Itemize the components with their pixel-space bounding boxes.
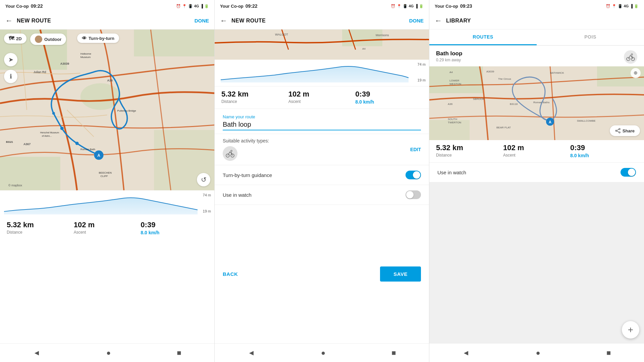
carrier-3: Your Co-op	[435, 4, 458, 9]
turn-by-turn-row: Turn-by-turn guidance	[215, 165, 429, 185]
elevation-chart-2: 74 m 19 m	[215, 60, 429, 86]
btn-turn-by-turn[interactable]: 👁 Turn-by-turn	[77, 34, 119, 43]
stat-ascent-2: 102 m Ascent	[288, 90, 356, 104]
turn-by-turn-label: Turn-by-turn guidance	[223, 172, 272, 178]
back-button-2[interactable]: ←	[220, 16, 227, 25]
ascent-label-1: Ascent	[74, 230, 141, 235]
nav-back-1[interactable]: ◄	[33, 349, 40, 357]
stat-speed-2: 0:39 8.0 km/h	[355, 90, 422, 105]
status-bar-3: Your Co-op 09:23 ⏰ 📍 📳 4G ▐ 🔋	[429, 0, 644, 12]
svg-text:of Astro...: of Astro...	[42, 135, 52, 137]
speed-value-1: 0:39	[141, 221, 208, 229]
nav-home-3[interactable]: ●	[536, 349, 540, 357]
nav-back-3[interactable]: ◄	[463, 349, 470, 357]
bottom-nav-2: ◄ ● ■	[215, 343, 429, 362]
btn-outdoor-label: Outdoor	[44, 37, 61, 42]
redo-icon: ↺	[201, 176, 207, 184]
edit-button[interactable]: EDIT	[410, 147, 421, 152]
speed-label-3: 8.0 km/h	[570, 153, 637, 158]
signal-icon: ▐	[200, 4, 203, 8]
vibrate-icon-3: 📳	[618, 4, 623, 8]
svg-text:BEAR FLAT: BEAR FLAT	[496, 126, 511, 129]
svg-text:A36: A36	[107, 79, 113, 82]
location-btn[interactable]: ➤	[4, 53, 17, 66]
svg-rect-2	[134, 29, 214, 56]
nav-stop-3[interactable]: ■	[606, 349, 611, 357]
redo-btn[interactable]: ↺	[197, 173, 210, 186]
time-1: 09:22	[31, 3, 43, 9]
svg-text:WALGOT: WALGOT	[275, 33, 288, 36]
toggle-knob-2	[406, 191, 414, 198]
bottom-nav-1: ◄ ● ■	[0, 343, 214, 362]
svg-text:Pulteney Bridge: Pulteney Bridge	[117, 109, 136, 112]
info-btn[interactable]: ℹ	[4, 70, 17, 83]
svg-point-61	[619, 132, 620, 133]
back-button-1[interactable]: ←	[5, 16, 13, 25]
carrier-1: Your Co-op	[5, 4, 29, 9]
back-button-3[interactable]: ←	[435, 16, 442, 25]
nav-home-1[interactable]: ●	[106, 349, 111, 357]
status-icons-1: ⏰ 📍 📳 4G ▐ 🔋	[176, 4, 209, 8]
svg-text:Roman Bath: Roman Bath	[80, 148, 95, 151]
svg-rect-26	[215, 29, 429, 60]
panel-2-new-route-form: Your Co-op 09:22 ⏰ 📍 📳 4G ▐ 🔋 ← NEW ROUT…	[215, 0, 429, 362]
nav-back-2[interactable]: ◄	[248, 349, 255, 357]
status-bar-2: Your Co-op 09:22 ⏰ 📍 📳 4G ▐ 🔋	[215, 0, 429, 12]
use-in-watch-toggle-3[interactable]	[621, 168, 636, 177]
alarm-icon: ⏰	[176, 4, 181, 8]
outdoor-icon	[35, 36, 42, 43]
tab-routes[interactable]: ROUTES	[429, 29, 537, 45]
stat-speed-3: 0:39 8.0 km/h	[570, 143, 637, 158]
turn-by-turn-toggle[interactable]	[406, 171, 421, 179]
route-name-section: Name your route	[215, 109, 429, 130]
done-button-1[interactable]: DONE	[195, 18, 209, 23]
nav-home-2[interactable]: ●	[321, 349, 325, 357]
page-title-3: LIBRARY	[446, 18, 622, 24]
svg-text:Morrisons: Morrisons	[376, 34, 389, 37]
svg-point-59	[619, 128, 620, 130]
distance-value-1: 5.32 km	[7, 221, 74, 229]
stat-ascent-1: 102 m Ascent	[74, 221, 141, 235]
speed-value-2: 0:39	[355, 90, 422, 99]
tab-pois[interactable]: POIS	[537, 29, 644, 45]
time-3: 09:23	[460, 3, 472, 9]
info-icon: ℹ	[10, 73, 12, 80]
map-area-1[interactable]: A A36 A3039 A367 B3121 Holborne Museum R…	[0, 29, 214, 190]
location-icon-2: 📍	[397, 4, 401, 8]
library-item-bathloop: Bath loop 0.29 km away	[429, 46, 644, 64]
save-button[interactable]: SAVE	[380, 266, 421, 282]
distance-label-3: Distance	[436, 153, 503, 158]
btn-2d[interactable]: 🗺 2D	[4, 34, 26, 44]
speed-label-2: 8.0 km/h	[355, 99, 422, 105]
map-icon: 🗺	[9, 36, 14, 42]
ascent-value-3: 102 m	[503, 143, 570, 152]
route-name-input[interactable]	[223, 121, 421, 130]
btn-outdoor[interactable]: Outdoor	[30, 34, 66, 45]
svg-text:A3039: A3039	[486, 70, 494, 73]
route-name-form-label: Name your route	[223, 114, 421, 119]
add-route-fab[interactable]: +	[622, 321, 639, 339]
panel-3-library: Your Co-op 09:23 ⏰ 📍 📳 4G ▐ 🔋 ← LIBRARY …	[429, 0, 644, 362]
svg-text:Herschel Museum: Herschel Museum	[40, 131, 59, 134]
elevation-chart-1: 74 m 19 m	[0, 190, 214, 217]
back-action-button[interactable]: BACK	[223, 271, 238, 277]
distance-value-2: 5.32 km	[221, 90, 288, 99]
nav-stop-1[interactable]: ■	[177, 349, 181, 357]
stat-distance-2: 5.32 km Distance	[221, 90, 288, 104]
share-label: Share	[623, 128, 635, 133]
use-in-watch-row: Use in watch	[215, 185, 429, 205]
svg-line-63	[617, 131, 619, 132]
use-in-watch-toggle[interactable]	[406, 190, 421, 199]
share-button[interactable]: Share	[610, 125, 640, 136]
map-area-2: Morrisons A4 WALGOT	[215, 29, 429, 60]
svg-text:SOUTH: SOUTH	[448, 118, 457, 121]
share-icon	[615, 128, 621, 133]
nav-stop-2[interactable]: ■	[391, 349, 396, 357]
svg-text:A3039: A3039	[60, 62, 69, 65]
speed-label-1: 8.0 km/h	[141, 230, 208, 235]
use-in-watch-label: Use in watch	[223, 192, 252, 198]
done-button-2[interactable]: DONE	[409, 18, 424, 23]
action-buttons-row: BACK SAVE	[215, 260, 429, 288]
distance-value-3: 5.32 km	[436, 143, 503, 152]
svg-rect-27	[342, 29, 382, 46]
